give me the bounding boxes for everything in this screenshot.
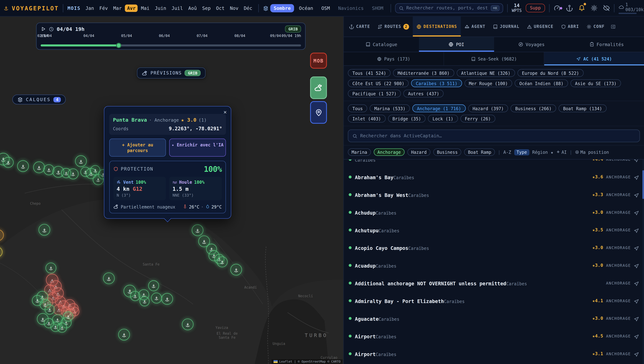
region-chip[interactable]: Mer Rouge (100) xyxy=(464,79,512,87)
list-item[interactable]: Admiralty Bay - Port ElizabethCaraïbes★4… xyxy=(344,292,642,310)
panel-collapse-icon[interactable] xyxy=(608,17,618,37)
navigate-icon[interactable] xyxy=(634,316,639,321)
category-chip[interactable]: Anchorage (1 716) xyxy=(412,104,466,112)
anchorage-marker[interactable]: ⚓ xyxy=(33,162,45,173)
category-chip[interactable]: Inlet (403) xyxy=(348,115,386,123)
type-filter-chip[interactable]: Boat Ramp xyxy=(464,148,495,156)
tab-urgence[interactable]: URGENCE xyxy=(523,17,557,37)
anchorage-marker[interactable]: ⚓ xyxy=(3,157,14,168)
ac-search-input[interactable] xyxy=(360,133,636,139)
anchorage-marker[interactable]: ⚓ xyxy=(140,296,150,306)
month-juil[interactable]: Juil xyxy=(170,5,185,12)
list-item[interactable]: Abraham's BayCaraïbes★3.6ANCHORAGE xyxy=(344,168,642,186)
navigate-icon[interactable] xyxy=(634,298,639,303)
source-tab-ac[interactable]: AC (41 524) xyxy=(544,52,644,65)
month-avr[interactable]: Avr xyxy=(125,5,138,12)
timeline-slider[interactable] xyxy=(41,43,301,48)
anchorage-marker[interactable]: ⚓ xyxy=(17,160,29,172)
anchorage-marker[interactable]: ⚓ xyxy=(230,264,242,275)
tab-abri[interactable]: ABRI xyxy=(557,17,582,37)
month-mai[interactable]: Mai xyxy=(139,5,152,12)
month-nov[interactable]: Nov xyxy=(228,5,240,12)
anchorage-marker[interactable]: ⚓ xyxy=(182,318,194,330)
anchorage-marker[interactable]: ⚓ xyxy=(45,305,55,314)
map[interactable]: ChepoSanta FeYavizaEl Real de Santa FeAc… xyxy=(0,17,343,364)
subtab-poi[interactable]: POI xyxy=(419,37,494,52)
sort-rating[interactable]: ★ xyxy=(551,150,553,155)
list-item[interactable]: AlcanarCaraïbesANCHORAGE xyxy=(344,362,642,364)
region-chip[interactable]: Côte Est US (22 980) xyxy=(348,79,409,87)
anchorage-marker[interactable]: ⚓ xyxy=(217,256,228,267)
month-fév[interactable]: Fév xyxy=(97,5,110,12)
category-chip[interactable]: Hazard (397) xyxy=(468,104,508,112)
basemap-océan[interactable]: Océan xyxy=(296,4,316,12)
anchorage-marker[interactable]: ⚓ xyxy=(151,293,162,303)
anchor-icon[interactable] xyxy=(566,5,573,12)
type-filter-chip[interactable]: Anchorage xyxy=(374,148,404,156)
eye-off-icon[interactable] xyxy=(603,5,610,12)
navigate-icon[interactable] xyxy=(634,174,639,180)
basemap-navionics[interactable]: Navionics xyxy=(335,4,367,12)
anchorage-marker[interactable]: ⚓ xyxy=(192,224,203,236)
list-item[interactable]: AchudupCaraïbes★3.0ANCHORAGE xyxy=(344,203,642,221)
month-aoû[interactable]: Aoû xyxy=(186,5,199,12)
tab-journal[interactable]: JOURNAL xyxy=(489,17,523,37)
location-pin-button[interactable] xyxy=(310,101,327,124)
basemap-sombre[interactable]: Sombre xyxy=(270,4,294,12)
sort-ma-position[interactable]: Ma position xyxy=(575,150,609,155)
gauge-icon[interactable] xyxy=(554,5,560,12)
global-search[interactable]: ⌘K xyxy=(395,3,503,13)
forecast-button[interactable]: PRÉVISIONS GRIB xyxy=(137,67,206,79)
subtab-voyages[interactable]: Voyages xyxy=(494,37,569,52)
sun-icon[interactable] xyxy=(590,5,598,12)
category-chip[interactable]: Business (266) xyxy=(511,104,556,112)
list-item[interactable]: AchutupuCaraïbes★3.5ANCHORAGE xyxy=(344,221,642,239)
anchorage-marker[interactable]: ⚓ xyxy=(148,280,159,291)
subtab-formalités[interactable]: Formalités xyxy=(569,37,644,52)
month-sep[interactable]: Sep xyxy=(200,5,213,12)
mob-button[interactable]: MOB xyxy=(310,53,327,69)
anchorage-marker[interactable]: ⚓ xyxy=(130,291,140,301)
region-chip[interactable]: Tous (41 524) xyxy=(348,69,390,77)
sort-type[interactable]: Type xyxy=(514,149,529,155)
navigate-icon[interactable] xyxy=(634,351,639,356)
sort-région[interactable]: Région xyxy=(532,150,548,155)
anchorage-marker[interactable]: ⚓ xyxy=(103,273,114,284)
bell-icon[interactable] xyxy=(578,5,585,12)
navigate-icon[interactable] xyxy=(634,210,639,215)
tab-destinations[interactable]: DESTINATIONS xyxy=(413,17,461,37)
region-chip[interactable]: Méditerranée (3 860) xyxy=(393,69,454,77)
tab-conf[interactable]: CONF xyxy=(583,17,608,37)
list-item[interactable]: AcuadupCaraïbes★3.0ANCHORAGE xyxy=(344,256,642,274)
navigate-icon[interactable] xyxy=(634,263,639,268)
navigate-icon[interactable] xyxy=(634,245,639,250)
type-filter-chip[interactable]: Marina xyxy=(348,148,371,156)
month-juin[interactable]: Juin xyxy=(153,5,168,12)
sort-a-z[interactable]: A-Z xyxy=(503,150,511,155)
sort-ai[interactable]: AI xyxy=(556,150,567,155)
anchorage-marker[interactable]: ⚓ xyxy=(46,263,56,273)
anchorage-marker[interactable]: ⚓ xyxy=(162,293,173,305)
tab-carte[interactable]: CARTE xyxy=(345,17,374,37)
region-chip[interactable]: Autres (437) xyxy=(404,90,444,98)
tab-routes[interactable]: ROUTES2 xyxy=(374,17,413,37)
list-item[interactable]: Caraïbes★4.4ANCHORAGE xyxy=(344,160,642,168)
ac-search[interactable] xyxy=(348,130,640,142)
navigate-icon[interactable] xyxy=(634,333,639,339)
delete-button[interactable]: Supp xyxy=(526,4,545,13)
close-icon[interactable]: ✕ xyxy=(224,109,227,115)
list-item[interactable]: Additional anchorage NOT OVERNIGHT unles… xyxy=(344,274,642,292)
global-search-input[interactable] xyxy=(406,5,488,11)
layers-button[interactable]: CALQUES 4 xyxy=(12,95,66,104)
region-chip[interactable]: Asie du SE (173) xyxy=(570,79,621,87)
add-to-route-button[interactable]: + Ajouter au parcours xyxy=(109,139,166,157)
category-chip[interactable]: Lock (1) xyxy=(428,115,458,123)
scrollbar[interactable] xyxy=(642,160,644,364)
anchorage-marker[interactable]: ⚓ xyxy=(68,169,78,179)
type-filter-chip[interactable]: Hazard xyxy=(407,148,430,156)
category-chip[interactable]: Marina (533) xyxy=(370,104,410,112)
list-item[interactable]: AirportCaraïbes★4.5ANCHORAGE xyxy=(344,327,642,345)
list-item[interactable]: Acopio Cayo CamposCaraïbes★3.0ANCHORAGE xyxy=(344,239,642,257)
region-chip[interactable]: Europe du Nord (8 522) xyxy=(518,69,584,77)
type-filter-chip[interactable]: Business xyxy=(433,148,462,156)
